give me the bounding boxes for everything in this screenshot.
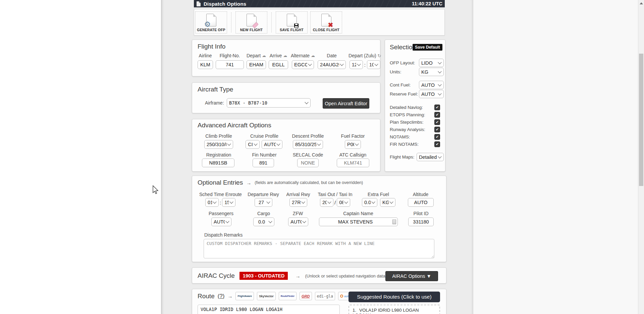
aircraft-type-title: Aircraft Type [198, 86, 233, 93]
climb-profile-select[interactable]: 250/310/85 [204, 140, 233, 149]
alternate-label: Alternate [291, 53, 310, 58]
refresh-icon[interactable]: ↻ [378, 54, 381, 58]
etops-planning-row: ETOPS Planning: ✔ [390, 111, 444, 118]
chevron-down-icon [327, 200, 331, 203]
runway-analysis-checkbox[interactable]: ✔ [434, 127, 440, 132]
airac-options-button[interactable]: AIRAC Options ▼ [385, 271, 438, 281]
fuel-factor-label: Fuel Factor [332, 133, 373, 139]
airline-input[interactable] [198, 60, 213, 69]
taxi-in-select[interactable]: 08 [337, 198, 350, 207]
weather-icon[interactable]: ☁ [311, 54, 315, 58]
route-textarea[interactable]: VOLA1P IDRID L980 LOGAN LOGA1H [198, 305, 340, 314]
chevron-down-icon [389, 200, 393, 203]
detailed-navlog-row: Detailed Navlog: ✔ [390, 104, 444, 111]
captain-name-addon-icon[interactable] [392, 219, 396, 224]
taxi-out-select[interactable]: 20 [320, 198, 333, 207]
chevron-down-icon [438, 91, 441, 95]
route-panel: Route (?) → FlightAware SkyVector RouteF… [192, 289, 446, 314]
weather-icon[interactable]: ☁ [262, 54, 266, 58]
date-select[interactable]: 24AUG20 [318, 60, 346, 69]
fuel-factor-select[interactable]: P00 [345, 140, 361, 149]
chevron-down-icon [225, 219, 229, 223]
depart-input[interactable] [247, 60, 266, 69]
atc-callsign-input[interactable] [337, 159, 369, 167]
etops-planning-checkbox[interactable]: ✔ [434, 112, 440, 118]
route-help-link[interactable]: (?) [218, 293, 225, 300]
close-flight-button[interactable]: ✖ CLOSE FLIGHT [310, 11, 342, 34]
cruise-mode-select[interactable]: CI [246, 140, 260, 149]
chevron-down-icon [317, 142, 321, 145]
descent-profile-select[interactable]: 85/310/250 [293, 140, 323, 149]
chevron-down-icon [301, 200, 305, 203]
save-flight-button[interactable]: SAVE FLIGHT [276, 11, 308, 34]
passengers-select[interactable]: AUTO [211, 217, 231, 226]
generate-ofp-button[interactable]: ⚙ GENERATE OFP [195, 11, 227, 34]
chevron-down-icon [230, 200, 233, 203]
chevron-down-icon [268, 219, 272, 223]
registration-input[interactable] [202, 159, 234, 167]
ofp-layout-select[interactable]: LIDO [419, 59, 444, 67]
scrollbar-up-arrow-icon[interactable] [640, 2, 643, 4]
detailed-navlog-label: Detailed Navlog: [390, 105, 423, 110]
airframe-select[interactable]: B78X - B787-10 [227, 98, 311, 108]
weather-icon[interactable]: ☁ [283, 54, 287, 58]
vertical-scrollbar[interactable] [638, 0, 644, 314]
sched-hours-select[interactable]: 01 [205, 198, 219, 207]
extra-fuel-select[interactable]: 0.0 [362, 198, 377, 207]
sched-minutes-select[interactable]: 15 [222, 198, 235, 207]
arrival-rwy-label: Arrival Rwy [278, 192, 319, 197]
runway-analysis-row: Runway Analysis: ✔ [390, 126, 444, 133]
cruise-value-select[interactable]: AUTO [262, 140, 282, 149]
document-save-icon [287, 14, 297, 26]
plan-stepclimbs-checkbox[interactable]: ✔ [434, 119, 440, 125]
units-select[interactable]: KG [419, 68, 444, 76]
extra-fuel-label: Extra Fuel [358, 192, 399, 197]
units-label: Units: [390, 69, 401, 74]
alternate-select[interactable]: EGCC [292, 60, 314, 69]
optional-entries-title: Optional Entries [198, 179, 243, 186]
open-aircraft-editor-button[interactable]: Open Aircraft Editor [323, 98, 369, 109]
pilot-id-input[interactable] [408, 217, 434, 226]
depart-field: Depart☁ [247, 53, 266, 69]
zulu-hour-select[interactable]: 12 [350, 60, 363, 69]
altitude-input[interactable] [408, 198, 434, 207]
flight-no-input[interactable] [216, 60, 244, 69]
chevron-down-icon [266, 200, 270, 203]
save-default-button[interactable]: Save Default [413, 44, 442, 51]
taxi-separator: / [334, 200, 336, 205]
depart-zulu-label: Depart (Zulu) [348, 53, 376, 58]
new-flight-button[interactable]: NEW FLIGHT [235, 11, 267, 34]
zulu-minute-select[interactable]: 10 [367, 60, 380, 69]
cruise-profile-label: Cruise Profile [244, 133, 285, 139]
depart-zulu-field: Depart (Zulu)↻ 12 : 10 [348, 53, 381, 69]
scrollbar-thumb[interactable] [639, 54, 643, 186]
chevron-down-icon [438, 154, 441, 158]
reserve-fuel-select[interactable]: AUTO [419, 90, 444, 98]
cargo-select[interactable]: 0.0 [253, 217, 274, 226]
notams-checkbox[interactable]: ✔ [434, 134, 440, 140]
skyvector-link[interactable]: SkyVector [257, 292, 276, 300]
extra-fuel-unit-select[interactable]: KG [380, 198, 395, 207]
fir-notams-checkbox[interactable]: ✔ [434, 141, 440, 147]
chevron-down-icon [374, 62, 378, 66]
zfw-select[interactable]: AUTO [288, 217, 308, 226]
suggested-routes-header: Suggested Routes (Click to use) [348, 292, 440, 302]
arrive-input[interactable] [269, 60, 288, 69]
selcal-code-input[interactable] [297, 159, 319, 167]
grd-link[interactable]: GRD [300, 292, 312, 300]
reserve-fuel-label: Reserve Fuel: [390, 91, 418, 97]
edi-gla-link[interactable]: edi-gla [315, 292, 335, 300]
time-separator: : [364, 62, 366, 68]
detailed-navlog-checkbox[interactable]: ✔ [434, 105, 440, 110]
cont-fuel-select[interactable]: AUTO [419, 81, 444, 89]
altitude-label: Altitude [400, 192, 441, 197]
flightaware-link[interactable]: FlightAware [235, 292, 254, 300]
fin-number-input[interactable] [253, 159, 274, 167]
routefinder-link[interactable]: RouteFinder [279, 292, 297, 300]
dispatch-remarks-textarea[interactable] [204, 239, 434, 258]
flight-maps-select[interactable]: Detailed [417, 153, 444, 161]
arrival-rwy-select[interactable]: 27R [289, 198, 307, 207]
suggested-route-item[interactable]: 1. VOLA1P IDRID L980 LOGAN LOGA1H [348, 305, 440, 314]
captain-name-input[interactable] [319, 217, 398, 226]
departure-rwy-select[interactable]: 27 [255, 198, 272, 207]
